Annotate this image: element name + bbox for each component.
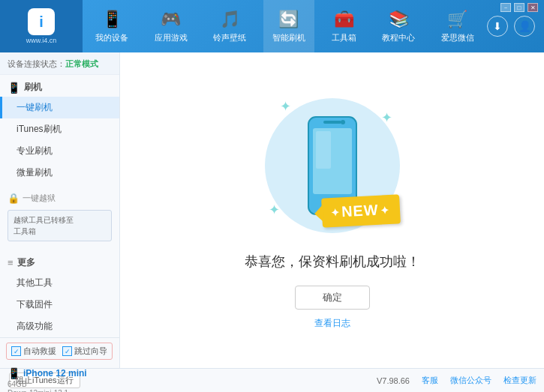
nav-item-apps-games[interactable]: 🎮 应用游戏 xyxy=(146,0,197,52)
nav-items: 📱 我的设备 🎮 应用游戏 🎵 铃声壁纸 🔄 智能刷机 🧰 工具箱 📚 xyxy=(83,0,487,52)
main-area: 设备连接状态：正常模式 📱 刷机 一键刷机 iTunes刷机 专业刷机 微量刷机… xyxy=(0,52,544,368)
wechat-link[interactable]: 微信公众号 xyxy=(450,375,491,386)
logo-area: i www.i4.cn xyxy=(0,0,83,52)
logo-text: www.i4.cn xyxy=(26,37,57,44)
nav-label-tutorial: 教程中心 xyxy=(382,32,415,43)
version-text: V7.98.66 xyxy=(377,376,410,385)
toolbox-icon: 🧰 xyxy=(334,10,354,29)
checkbox-auto-rescue[interactable]: ✓ 自动救援 xyxy=(11,346,56,357)
my-device-icon: 📱 xyxy=(102,10,122,29)
logo-icon: i xyxy=(28,8,55,35)
sidebar-item-itunes-flash[interactable]: iTunes刷机 xyxy=(0,118,119,140)
nav-item-toolbox[interactable]: 🧰 工具箱 xyxy=(323,0,365,52)
flash-title: 刷机 xyxy=(24,81,42,94)
sparkle-icon-2: ✦ xyxy=(381,109,392,126)
sidebar-item-advanced[interactable]: 高级功能 xyxy=(0,316,119,337)
ringtones-icon: 🎵 xyxy=(220,10,240,29)
nav-label-ringtones: 铃声壁纸 xyxy=(213,32,246,43)
checkbox-area: ✓ 自动救援 ✓ 跳过向导 xyxy=(0,337,119,364)
flash-icon: 📱 xyxy=(8,82,20,94)
status-value: 正常模式 xyxy=(65,59,98,68)
header: i www.i4.cn 📱 我的设备 🎮 应用游戏 🎵 铃声壁纸 🔄 智能刷机 xyxy=(0,0,544,52)
checkbox-auto-rescue-box[interactable]: ✓ xyxy=(11,346,21,356)
status-label: 设备连接状态： xyxy=(8,59,65,68)
nav-item-tutorial[interactable]: 📚 教程中心 xyxy=(373,0,424,52)
sparkle-icon-3: ✦ xyxy=(269,202,280,218)
sidebar: 设备连接状态：正常模式 📱 刷机 一键刷机 iTunes刷机 专业刷机 微量刷机… xyxy=(0,52,120,368)
device-phone-icon: 📱 xyxy=(8,367,20,379)
tutorial-icon: 📚 xyxy=(389,10,409,29)
device-storage: 64GB xyxy=(8,380,112,388)
new-text: NEW xyxy=(341,202,379,221)
sidebar-item-one-click-flash[interactable]: 一键刷机 xyxy=(0,97,119,118)
phone-illustration: ✦ ✦ ✦ xyxy=(257,91,407,241)
footer-right: V7.98.66 客服 微信公众号 检查更新 xyxy=(377,375,544,386)
checkbox-skip-wizard-box[interactable]: ✓ xyxy=(62,346,72,356)
success-message: 恭喜您，保资料刷机成功啦！ xyxy=(245,253,420,271)
more-section-title: ≡ 更多 xyxy=(0,250,119,272)
device-name: 📱 iPhone 12 mini xyxy=(8,367,112,379)
new-badge: ✦ NEW ✦ xyxy=(321,194,401,227)
nav-label-weidian: 爱思微信 xyxy=(441,32,474,43)
connection-status: 设备连接状态：正常模式 xyxy=(0,52,119,75)
jailbreak-notice: 越狱工具已转移至工具箱 xyxy=(8,210,112,241)
user-button[interactable]: 👤 xyxy=(514,16,535,37)
jailbreak-section: 🔒 一键越狱 xyxy=(0,190,119,207)
download-button[interactable]: ⬇ xyxy=(487,16,508,37)
check-update-link[interactable]: 检查更新 xyxy=(503,375,536,386)
svg-point-4 xyxy=(341,120,345,124)
nav-item-ringtones[interactable]: 🎵 铃声壁纸 xyxy=(204,0,255,52)
content-area: ✦ ✦ ✦ xyxy=(120,52,544,368)
header-right: ⬇ 👤 xyxy=(487,16,544,37)
sidebar-item-wipe-flash[interactable]: 微量刷机 xyxy=(0,162,119,184)
svg-rect-3 xyxy=(323,121,341,124)
minimize-button[interactable]: － xyxy=(500,3,511,12)
close-button[interactable]: ✕ xyxy=(527,3,538,12)
sparkle-icon-1: ✦ xyxy=(280,98,291,115)
device-info: 📱 iPhone 12 mini 64GB Down-12mini-13,1 xyxy=(0,364,119,392)
device-name-text: iPhone 12 mini xyxy=(23,368,87,379)
smart-shop-icon: 🔄 xyxy=(278,10,299,29)
jailbreak-title: 一键越狱 xyxy=(23,193,56,204)
window-controls: － □ ✕ xyxy=(500,3,538,12)
checkbox-skip-wizard-label: 跳过向导 xyxy=(74,346,107,357)
service-link[interactable]: 客服 xyxy=(422,375,438,386)
weidian-icon: 🛒 xyxy=(447,10,467,29)
nav-item-weidian[interactable]: 🛒 爱思微信 xyxy=(432,0,483,52)
svg-rect-5 xyxy=(316,131,331,169)
nav-label-apps-games: 应用游戏 xyxy=(155,32,188,43)
nav-label-my-device: 我的设备 xyxy=(95,32,128,43)
nav-item-smart-shop[interactable]: 🔄 智能刷机 xyxy=(263,0,314,52)
lock-icon: 🔒 xyxy=(8,193,20,204)
nav-item-my-device[interactable]: 📱 我的设备 xyxy=(86,0,137,52)
visit-log-link[interactable]: 查看日志 xyxy=(314,317,350,330)
confirm-button[interactable]: 确定 xyxy=(295,286,370,310)
flash-section-title: 📱 刷机 xyxy=(0,75,119,97)
star-left-icon: ✦ xyxy=(330,206,340,219)
sidebar-item-other-tools[interactable]: 其他工具 xyxy=(0,272,119,294)
star-right-icon: ✦ xyxy=(380,204,389,217)
maximize-button[interactable]: □ xyxy=(514,3,524,12)
sidebar-item-pro-flash[interactable]: 专业刷机 xyxy=(0,140,119,162)
apps-games-icon: 🎮 xyxy=(161,10,181,29)
checkbox-auto-rescue-label: 自动救援 xyxy=(23,346,56,357)
checkbox-skip-wizard[interactable]: ✓ 跳过向导 xyxy=(62,346,107,357)
nav-label-smart-shop: 智能刷机 xyxy=(272,32,305,43)
more-icon: ≡ xyxy=(8,257,14,268)
sidebar-item-download-firmware[interactable]: 下载固件 xyxy=(0,294,119,316)
more-title: 更多 xyxy=(17,256,35,269)
nav-label-toolbox: 工具箱 xyxy=(332,32,356,43)
device-model: Down-12mini-13,1 xyxy=(8,389,112,392)
